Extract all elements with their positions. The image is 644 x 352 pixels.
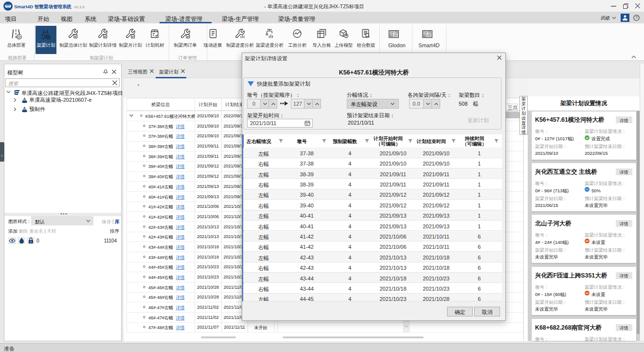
svg-text:?: ? (635, 15, 638, 20)
